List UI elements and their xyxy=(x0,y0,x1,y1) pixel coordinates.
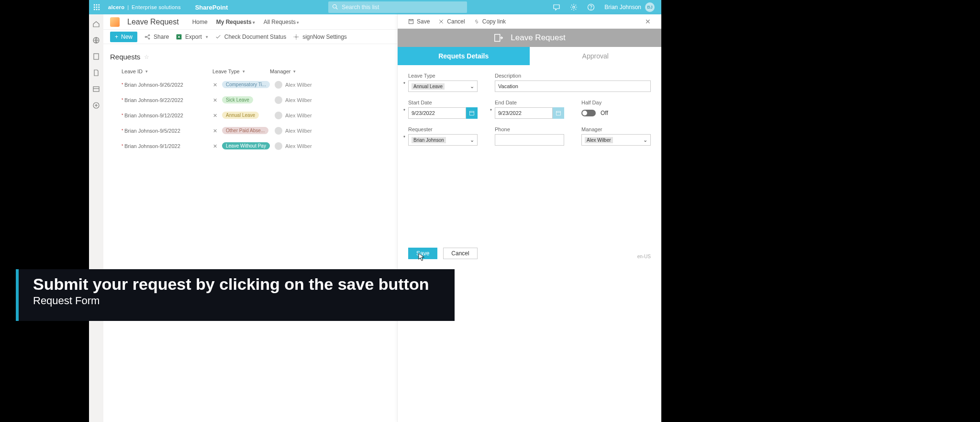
favorite-icon[interactable]: ☆ xyxy=(144,54,149,60)
col-leave-type[interactable]: Leave Type▾ xyxy=(212,68,270,74)
svg-rect-4 xyxy=(96,7,98,8)
chevron-down-icon: ⌄ xyxy=(470,137,474,143)
search-icon xyxy=(332,4,338,11)
leave-type-pill: Other Paid Abse... xyxy=(222,127,268,134)
cell-manager: Alex Wilber xyxy=(275,142,337,150)
check-doc-button[interactable]: Check Document Status xyxy=(215,34,286,40)
page-title: Leave Request xyxy=(127,18,179,26)
document-icon[interactable] xyxy=(92,69,100,77)
cell-leave-id: Brian Johnson-9/5/2022 xyxy=(122,128,208,134)
export-button[interactable]: Export▾ xyxy=(176,34,208,40)
tab-details[interactable]: Requets Details xyxy=(398,47,530,65)
svg-rect-1 xyxy=(96,4,98,6)
nav-my-requests[interactable]: My Requests▾ xyxy=(216,19,255,25)
chevron-down-icon: ⌄ xyxy=(470,83,474,90)
svg-rect-5 xyxy=(99,7,100,8)
requester-select[interactable]: Brian Johnson⌄ xyxy=(408,134,478,146)
left-rail xyxy=(89,14,103,422)
site-icon xyxy=(110,17,120,27)
half-day-value: Off xyxy=(601,110,608,116)
svg-rect-16 xyxy=(93,87,99,91)
cell-manager: Alex Wilber xyxy=(275,127,337,135)
panel-save-action[interactable]: Save xyxy=(408,18,430,25)
share-button[interactable]: Share xyxy=(144,34,169,40)
start-date-input[interactable]: 9/23/2022 xyxy=(408,107,466,119)
label-leave-type: Leave Type xyxy=(408,73,478,79)
tab-approval[interactable]: Approval xyxy=(530,47,662,65)
col-manager[interactable]: Manager▾ xyxy=(270,68,327,74)
leave-type-pill: Annual Leave xyxy=(222,112,259,119)
calendar-icon[interactable] xyxy=(553,107,564,119)
cell-leave-id: Brian Johnson-9/22/2022 xyxy=(122,97,208,103)
list-icon[interactable] xyxy=(92,85,100,93)
save-button[interactable]: Save xyxy=(408,248,437,259)
instruction-caption: Submit your request by clicking on the s… xyxy=(16,269,455,321)
new-button[interactable]: +New xyxy=(110,32,137,42)
svg-rect-2 xyxy=(99,4,100,6)
description-input[interactable]: Vacation xyxy=(495,80,651,92)
manager-select[interactable]: Alex Wilber⌄ xyxy=(581,134,651,146)
help-icon[interactable] xyxy=(587,3,595,11)
svg-point-9 xyxy=(333,4,337,8)
avatar xyxy=(275,81,282,89)
add-icon[interactable] xyxy=(92,102,100,109)
row-delete-icon[interactable]: ✕ xyxy=(208,82,222,88)
suite-header: alcero | Enterprise solutions SharePoint… xyxy=(89,0,661,14)
logo-text: alcero xyxy=(108,4,124,10)
chevron-down-icon: ⌄ xyxy=(643,137,647,143)
half-day-toggle[interactable] xyxy=(581,110,596,116)
cell-leave-id: Brian Johnson-9/1/2022 xyxy=(122,143,208,149)
signnow-button[interactable]: signNow Settings xyxy=(293,34,347,40)
app-name: SharePoint xyxy=(195,4,228,11)
col-leave-id[interactable]: Leave ID▾ xyxy=(122,68,212,74)
label-half-day: Half Day xyxy=(581,100,651,105)
avatar xyxy=(275,96,282,104)
row-delete-icon[interactable]: ✕ xyxy=(208,97,222,103)
panel-cancel-action[interactable]: Cancel xyxy=(438,18,465,25)
nav-all-requests[interactable]: All Requests▾ xyxy=(264,19,299,25)
chevron-down-icon: ▾ xyxy=(297,20,299,25)
close-icon[interactable]: ✕ xyxy=(645,18,651,25)
label-phone: Phone xyxy=(495,126,564,132)
files-icon[interactable] xyxy=(92,53,100,60)
tenant-name: Enterprise solutions xyxy=(132,4,181,10)
search-input[interactable] xyxy=(342,4,463,11)
panel-title: Leave Request xyxy=(398,29,661,47)
user-chip[interactable]: Brian Johnson BJ xyxy=(604,2,655,12)
cancel-button[interactable]: Cancel xyxy=(443,248,477,259)
label-requester: Requester xyxy=(408,126,478,132)
label-manager: Manager xyxy=(581,126,651,132)
cell-leave-id: Brian Johnson-9/12/2022 xyxy=(122,113,208,118)
svg-line-10 xyxy=(336,8,338,9)
calendar-icon[interactable] xyxy=(466,107,478,119)
chevron-down-icon: ▾ xyxy=(206,34,208,39)
cell-manager: Alex Wilber xyxy=(275,112,337,119)
end-date-input[interactable]: 9/23/2022 xyxy=(495,107,553,119)
svg-point-13 xyxy=(591,9,591,10)
row-delete-icon[interactable]: ✕ xyxy=(208,113,222,119)
row-delete-icon[interactable]: ✕ xyxy=(208,128,222,134)
globe-icon[interactable] xyxy=(92,36,100,44)
cell-manager: Alex Wilber xyxy=(275,96,337,104)
tenant-logo: alcero | Enterprise solutions xyxy=(104,4,185,10)
leave-type-pill: Compensatory Ti... xyxy=(222,81,270,88)
home-icon[interactable] xyxy=(92,20,100,28)
settings-icon[interactable] xyxy=(570,3,578,11)
edit-panel: Save Cancel Copy link ✕ Leave Request Re… xyxy=(397,14,661,422)
leave-type-select[interactable]: Annual Leave⌄ xyxy=(408,80,478,92)
svg-rect-3 xyxy=(94,7,95,8)
phone-input[interactable] xyxy=(495,134,564,146)
suite-search[interactable] xyxy=(328,1,467,13)
label-end-date: End Date xyxy=(495,100,564,105)
svg-point-23 xyxy=(148,38,150,39)
svg-rect-31 xyxy=(470,111,474,115)
svg-rect-27 xyxy=(410,19,412,21)
feedback-icon[interactable] xyxy=(553,3,560,11)
app-launcher[interactable] xyxy=(89,0,104,14)
cell-leave-id: Brian Johnson-9/26/2022 xyxy=(122,82,208,88)
panel-copylink-action[interactable]: Copy link xyxy=(474,18,506,25)
row-delete-icon[interactable]: ✕ xyxy=(208,143,222,149)
svg-rect-26 xyxy=(409,19,413,23)
svg-rect-6 xyxy=(94,9,95,11)
nav-home[interactable]: Home xyxy=(192,19,208,25)
